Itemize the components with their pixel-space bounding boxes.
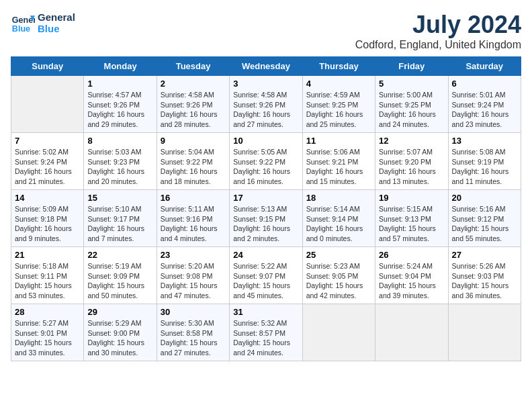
- day-number: 23: [161, 250, 226, 260]
- calendar-cell: 30 Sunrise: 5:30 AM Sunset: 8:58 PM Dayl…: [157, 304, 229, 361]
- day-number: 24: [233, 250, 298, 260]
- week-row-5: 28 Sunrise: 5:27 AM Sunset: 9:01 PM Dayl…: [11, 304, 521, 361]
- day-number: 21: [15, 250, 80, 260]
- calendar-cell: 29 Sunrise: 5:29 AM Sunset: 9:00 PM Dayl…: [84, 304, 157, 361]
- day-info: Sunrise: 4:57 AM Sunset: 9:26 PM Dayligh…: [87, 90, 152, 130]
- week-row-4: 21 Sunrise: 5:18 AM Sunset: 9:11 PM Dayl…: [11, 247, 521, 304]
- day-number: 26: [379, 250, 444, 260]
- calendar-cell: 10 Sunrise: 5:05 AM Sunset: 9:22 PM Dayl…: [230, 133, 302, 190]
- week-row-2: 7 Sunrise: 5:02 AM Sunset: 9:24 PM Dayli…: [11, 133, 521, 190]
- day-info: Sunrise: 5:30 AM Sunset: 8:58 PM Dayligh…: [161, 318, 226, 358]
- header-day-friday: Friday: [375, 57, 448, 76]
- day-info: Sunrise: 5:05 AM Sunset: 9:22 PM Dayligh…: [233, 147, 298, 187]
- logo-general: General: [38, 11, 75, 23]
- calendar-cell: 3 Sunrise: 4:58 AM Sunset: 9:26 PM Dayli…: [230, 76, 302, 133]
- calendar-subtitle: Codford, England, United Kingdom: [355, 39, 521, 51]
- calendar-cell: 24 Sunrise: 5:22 AM Sunset: 9:07 PM Dayl…: [230, 247, 302, 304]
- day-number: 18: [306, 193, 371, 203]
- day-number: 17: [233, 193, 298, 203]
- calendar-cell: 9 Sunrise: 5:04 AM Sunset: 9:22 PM Dayli…: [157, 133, 229, 190]
- day-number: 30: [161, 307, 226, 317]
- day-info: Sunrise: 5:06 AM Sunset: 9:21 PM Dayligh…: [306, 147, 371, 187]
- day-number: 6: [452, 79, 517, 89]
- day-info: Sunrise: 5:18 AM Sunset: 9:11 PM Dayligh…: [15, 261, 80, 301]
- calendar-cell: [375, 304, 448, 361]
- logo: General Blue General Blue: [11, 11, 75, 35]
- day-number: 29: [87, 307, 152, 317]
- header-day-sunday: Sunday: [11, 57, 84, 76]
- header: General Blue General Blue July 2024 Codf…: [11, 11, 521, 51]
- day-info: Sunrise: 5:07 AM Sunset: 9:20 PM Dayligh…: [379, 147, 444, 187]
- day-number: 5: [379, 79, 444, 89]
- calendar-cell: 17 Sunrise: 5:13 AM Sunset: 9:15 PM Dayl…: [230, 190, 302, 247]
- day-info: Sunrise: 5:09 AM Sunset: 9:18 PM Dayligh…: [15, 204, 80, 244]
- day-info: Sunrise: 5:26 AM Sunset: 9:03 PM Dayligh…: [452, 261, 517, 301]
- calendar-cell: 19 Sunrise: 5:15 AM Sunset: 9:13 PM Dayl…: [375, 190, 448, 247]
- day-number: 1: [87, 79, 152, 89]
- day-info: Sunrise: 5:24 AM Sunset: 9:04 PM Dayligh…: [379, 261, 444, 301]
- day-number: 22: [87, 250, 152, 260]
- logo-blue: Blue: [38, 23, 75, 34]
- calendar-cell: 26 Sunrise: 5:24 AM Sunset: 9:04 PM Dayl…: [375, 247, 448, 304]
- svg-text:Blue: Blue: [12, 24, 30, 34]
- header-day-monday: Monday: [84, 57, 157, 76]
- calendar-cell: 12 Sunrise: 5:07 AM Sunset: 9:20 PM Dayl…: [375, 133, 448, 190]
- day-number: 8: [87, 136, 152, 146]
- day-number: 25: [306, 250, 371, 260]
- day-info: Sunrise: 5:02 AM Sunset: 9:24 PM Dayligh…: [15, 147, 80, 187]
- calendar-cell: 5 Sunrise: 5:00 AM Sunset: 9:25 PM Dayli…: [375, 76, 448, 133]
- calendar-cell: 21 Sunrise: 5:18 AM Sunset: 9:11 PM Dayl…: [11, 247, 84, 304]
- day-info: Sunrise: 5:00 AM Sunset: 9:25 PM Dayligh…: [379, 90, 444, 130]
- header-day-wednesday: Wednesday: [230, 57, 302, 76]
- calendar-cell: [448, 304, 521, 361]
- day-info: Sunrise: 5:27 AM Sunset: 9:01 PM Dayligh…: [15, 318, 80, 358]
- calendar-cell: 20 Sunrise: 5:16 AM Sunset: 9:12 PM Dayl…: [448, 190, 521, 247]
- logo-icon: General Blue: [11, 11, 35, 35]
- day-info: Sunrise: 4:58 AM Sunset: 9:26 PM Dayligh…: [233, 90, 298, 130]
- calendar-cell: 6 Sunrise: 5:01 AM Sunset: 9:24 PM Dayli…: [448, 76, 521, 133]
- header-day-thursday: Thursday: [302, 57, 375, 76]
- calendar-cell: 27 Sunrise: 5:26 AM Sunset: 9:03 PM Dayl…: [448, 247, 521, 304]
- day-info: Sunrise: 5:22 AM Sunset: 9:07 PM Dayligh…: [233, 261, 298, 301]
- day-info: Sunrise: 5:29 AM Sunset: 9:00 PM Dayligh…: [87, 318, 152, 358]
- day-info: Sunrise: 5:11 AM Sunset: 9:16 PM Dayligh…: [161, 204, 226, 244]
- calendar-cell: 18 Sunrise: 5:14 AM Sunset: 9:14 PM Dayl…: [302, 190, 375, 247]
- calendar-header: SundayMondayTuesdayWednesdayThursdayFrid…: [11, 57, 521, 76]
- day-info: Sunrise: 5:15 AM Sunset: 9:13 PM Dayligh…: [379, 204, 444, 244]
- day-info: Sunrise: 5:16 AM Sunset: 9:12 PM Dayligh…: [452, 204, 517, 244]
- week-row-3: 14 Sunrise: 5:09 AM Sunset: 9:18 PM Dayl…: [11, 190, 521, 247]
- day-info: Sunrise: 5:32 AM Sunset: 8:57 PM Dayligh…: [233, 318, 298, 358]
- day-number: 10: [233, 136, 298, 146]
- calendar-title: July 2024: [355, 11, 521, 39]
- day-number: 9: [161, 136, 226, 146]
- header-day-saturday: Saturday: [448, 57, 521, 76]
- day-info: Sunrise: 5:10 AM Sunset: 9:17 PM Dayligh…: [87, 204, 152, 244]
- day-info: Sunrise: 5:01 AM Sunset: 9:24 PM Dayligh…: [452, 90, 517, 130]
- calendar-cell: 31 Sunrise: 5:32 AM Sunset: 8:57 PM Dayl…: [230, 304, 302, 361]
- day-info: Sunrise: 5:03 AM Sunset: 9:23 PM Dayligh…: [87, 147, 152, 187]
- header-row: SundayMondayTuesdayWednesdayThursdayFrid…: [11, 57, 521, 76]
- calendar-cell: 28 Sunrise: 5:27 AM Sunset: 9:01 PM Dayl…: [11, 304, 84, 361]
- calendar-body: 1 Sunrise: 4:57 AM Sunset: 9:26 PM Dayli…: [11, 76, 521, 361]
- week-row-1: 1 Sunrise: 4:57 AM Sunset: 9:26 PM Dayli…: [11, 76, 521, 133]
- day-info: Sunrise: 5:14 AM Sunset: 9:14 PM Dayligh…: [306, 204, 371, 244]
- calendar-cell: 4 Sunrise: 4:59 AM Sunset: 9:25 PM Dayli…: [302, 76, 375, 133]
- calendar-cell: 7 Sunrise: 5:02 AM Sunset: 9:24 PM Dayli…: [11, 133, 84, 190]
- day-info: Sunrise: 5:19 AM Sunset: 9:09 PM Dayligh…: [87, 261, 152, 301]
- title-block: July 2024 Codford, England, United Kingd…: [355, 11, 521, 51]
- calendar-cell: 8 Sunrise: 5:03 AM Sunset: 9:23 PM Dayli…: [84, 133, 157, 190]
- day-number: 3: [233, 79, 298, 89]
- calendar-cell: 15 Sunrise: 5:10 AM Sunset: 9:17 PM Dayl…: [84, 190, 157, 247]
- day-number: 14: [15, 193, 80, 203]
- day-number: 2: [161, 79, 226, 89]
- day-number: 13: [452, 136, 517, 146]
- day-number: 27: [452, 250, 517, 260]
- calendar-cell: 2 Sunrise: 4:58 AM Sunset: 9:26 PM Dayli…: [157, 76, 229, 133]
- header-day-tuesday: Tuesday: [157, 57, 229, 76]
- calendar-cell: 25 Sunrise: 5:23 AM Sunset: 9:05 PM Dayl…: [302, 247, 375, 304]
- calendar-cell: [302, 304, 375, 361]
- calendar-cell: 14 Sunrise: 5:09 AM Sunset: 9:18 PM Dayl…: [11, 190, 84, 247]
- day-number: 20: [452, 193, 517, 203]
- day-number: 16: [161, 193, 226, 203]
- day-info: Sunrise: 4:59 AM Sunset: 9:25 PM Dayligh…: [306, 90, 371, 130]
